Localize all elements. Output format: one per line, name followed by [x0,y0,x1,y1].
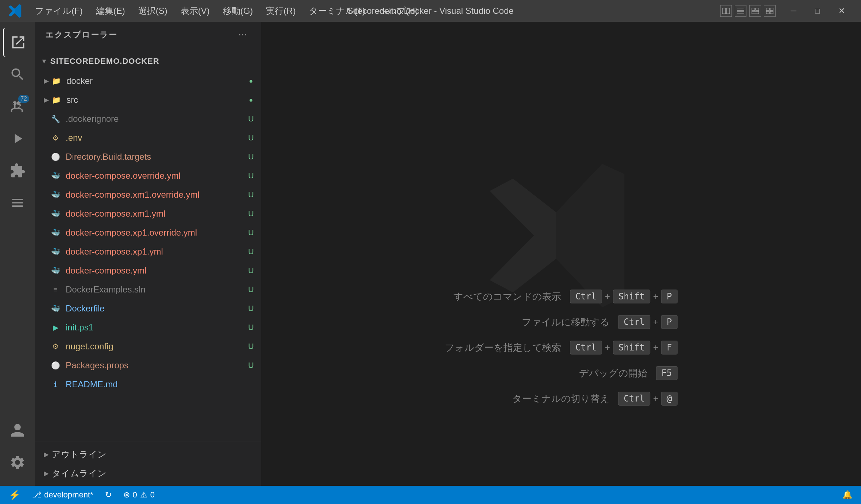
timeline-label: タイムライン [52,468,107,479]
activity-account[interactable] [3,416,32,445]
hint-row-goto-file: ファイルに移動する Ctrl + P [522,315,677,329]
workspace-root: ▼ SITECOREDEMO.DOCKER ▶ 📁 docker ● ▶ 📁 s… [35,48,261,397]
layout-buttons [720,5,776,17]
hint-row-terminal: ターミナルの切り替え Ctrl + @ [512,392,677,406]
layout-btn-2[interactable] [735,5,746,17]
layout-btn-4[interactable] [764,5,776,17]
file-item-dc-xp1-override[interactable]: 🐳 docker-compose.xp1.override.yml U [35,223,261,242]
explorer-section[interactable]: ▼ SITECOREDEMO.DOCKER ▶ 📁 docker ● ▶ 📁 s… [35,48,261,442]
activity-remote[interactable] [3,188,32,217]
file-name: README.md [66,379,244,389]
key-ctrl: Ctrl [570,290,602,303]
file-status: U [247,228,255,237]
hint-label: すべてのコマンドの表示 [453,290,561,303]
hint-keys: Ctrl + Shift + P [570,290,677,303]
menu-view[interactable]: 表示(V) [175,3,216,19]
hint-label: ターミナルの切り替え [512,392,610,405]
menu-select[interactable]: 選択(S) [132,3,173,19]
close-button[interactable]: ✕ [830,0,854,22]
sidebar: エクスプローラー ··· ▼ SITECOREDEMO.DOCKER ▶ 📁 d… [35,22,261,486]
file-item-dc[interactable]: 🐳 docker-compose.yml U [35,261,261,280]
file-item-dockerignore[interactable]: 🔧 .dockerignore U [35,109,261,128]
file-status: U [247,133,255,143]
activity-search[interactable] [3,60,32,89]
hint-keys: Ctrl + Shift + F [570,341,677,354]
svg-rect-2 [737,8,744,11]
file-item-docker[interactable]: ▶ 📁 docker ● [35,71,261,90]
timeline-panel[interactable]: ▶ タイムライン [35,464,261,483]
window-title: Sitecoredemo.Docker - Visual Studio Code [347,6,514,16]
statusbar-errors[interactable]: ⊗ 0 ⚠ 0 [120,486,158,504]
file-item-dc-xm1[interactable]: 🐳 docker-compose.xm1.yml U [35,204,261,223]
file-item-src[interactable]: ▶ 📁 src ● [35,90,261,109]
hint-row-commands: すべてのコマンドの表示 Ctrl + Shift + P [453,290,677,303]
file-name: DockerExamples.sln [66,284,244,295]
hint-label: デバッグの開始 [579,367,647,380]
activity-settings[interactable] [3,448,32,477]
minimize-button[interactable]: ─ [781,0,806,22]
menu-run[interactable]: 実行(R) [260,3,301,19]
statusbar-branch[interactable]: ⎇ development* [29,486,96,504]
file-name: nuget.config [66,341,244,352]
statusbar-notifications[interactable]: 🔔 [839,486,855,504]
hint-row-search: フォルダーを指定して検索 Ctrl + Shift + F [445,341,677,354]
activity-source-control[interactable]: 72 [3,92,32,121]
outline-panel[interactable]: ▶ アウトライン [35,445,261,464]
file-name: docker-compose.xp1.override.yml [66,228,244,238]
hint-keys: Ctrl + P [618,315,677,329]
activity-run[interactable] [3,124,32,153]
layout-btn-3[interactable] [749,5,761,17]
branch-name: development* [44,490,93,500]
activity-extensions[interactable] [3,156,32,185]
svg-rect-6 [752,11,759,14]
bell-icon: 🔔 [842,490,852,500]
docker-icon: 🐳 [50,170,61,182]
workspace-folder-name: SITECOREDEMO.DOCKER [50,57,159,66]
file-item-sln[interactable]: ≡ DockerExamples.sln U [35,280,261,299]
file-item-packages-props[interactable]: ⚪ Packages.props U [35,356,261,375]
file-status: U [247,209,255,218]
maximize-button[interactable]: □ [806,0,830,22]
error-count: 0 [133,490,137,500]
file-item-dc-xp1[interactable]: 🐳 docker-compose.xp1.yml U [35,242,261,261]
file-item-dc-xm1-override[interactable]: 🐳 docker-compose.xm1.override.yml U [35,185,261,204]
file-item-dockerfile[interactable]: 🐳 Dockerfile U [35,299,261,318]
file-item-init-ps1[interactable]: ▶ init.ps1 U [35,318,261,337]
file-item-dc-override[interactable]: 🐳 docker-compose.override.yml U [35,166,261,185]
file-item-nuget-config[interactable]: ⚙ nuget.config U [35,337,261,356]
warning-count: 0 [150,490,155,500]
docker-icon: 🐳 [50,303,61,314]
file-status: U [247,304,255,313]
warning-icon: ⚠ [140,490,147,500]
docker-icon: 🐳 [50,246,61,257]
file-item-env[interactable]: ⚙ .env U [35,128,261,147]
hint-keys: Ctrl + @ [618,392,677,406]
statusbar-left: ⚡ ⎇ development* ↻ ⊗ 0 ⚠ 0 [6,486,158,504]
docker-icon: 🐳 [50,189,61,201]
svg-rect-7 [766,8,769,11]
sidebar-title: エクスプローラー [45,30,235,40]
statusbar-sync[interactable]: ↻ [102,486,115,504]
file-status: U [247,190,255,199]
menu-edit[interactable]: 編集(E) [90,3,131,19]
file-name: Packages.props [66,360,244,371]
key-shift: Shift [613,341,650,354]
menu-go[interactable]: 移動(G) [217,3,259,19]
file-icon: ⚪ [50,151,61,163]
svg-rect-8 [770,8,773,11]
svg-rect-3 [737,11,744,14]
file-status: ● [247,96,255,104]
layout-btn-1[interactable] [720,5,732,17]
activity-explorer[interactable] [3,28,32,57]
folder-icon: 📁 [50,75,62,87]
menu-file[interactable]: ファイル(F) [29,3,89,19]
file-item-directory-build-targets[interactable]: ⚪ Directory.Build.targets U [35,147,261,166]
file-status: U [247,361,255,370]
workspace-folder[interactable]: ▼ SITECOREDEMO.DOCKER [35,51,261,71]
file-name: docker [66,76,244,86]
sidebar-more-button[interactable]: ··· [235,27,251,43]
file-name: docker-compose.xm1.yml [66,209,244,219]
statusbar-remote-icon[interactable]: ⚡ [6,486,23,504]
file-item-readme[interactable]: ℹ README.md [35,375,261,394]
folder-icon: 📁 [50,94,62,106]
